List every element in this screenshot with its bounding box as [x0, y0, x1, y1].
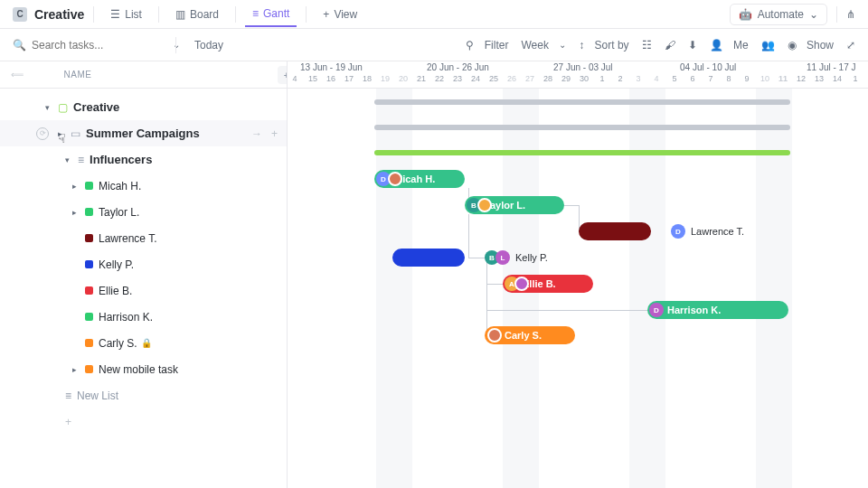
board-icon: ▥ [175, 8, 185, 21]
filter-icon: ⚲ [466, 39, 474, 52]
people-icon[interactable]: 👥 [761, 39, 775, 52]
week-label: 04 Jul - 10 Jul [680, 62, 736, 72]
task-status-square[interactable] [85, 208, 93, 216]
ink-icon[interactable]: 🖌 [665, 39, 675, 52]
weekend-shade [376, 89, 412, 488]
day-label: 4 [288, 74, 304, 83]
gantt-icon: ≡ [252, 7, 259, 20]
task-status-button[interactable]: ⟳ [36, 127, 49, 140]
search-icon: 🔍 [13, 39, 26, 52]
lock-icon: 🔒 [141, 338, 152, 348]
add-view-button[interactable]: + View [316, 3, 364, 26]
view-list[interactable]: ☰ List [103, 3, 149, 26]
dependency-line [468, 258, 486, 258]
assignee-avatar [477, 198, 492, 212]
gantt-external-label[interactable]: DLawrence T. [671, 224, 744, 239]
chevron-down-icon[interactable]: ⌄ [173, 40, 180, 50]
task-status-square[interactable] [85, 260, 93, 268]
filter-label: Filter [485, 39, 509, 52]
caret-icon[interactable]: ▸ [72, 182, 81, 191]
chevron-down-icon: ⌄ [559, 40, 566, 50]
view-gantt[interactable]: ≡ Gantt [245, 2, 297, 27]
view-board-label: Board [190, 8, 219, 21]
task-row-label[interactable]: New mobile task [99, 363, 178, 376]
dependency-line [564, 205, 579, 206]
task-status-square[interactable] [85, 234, 93, 242]
gantt-task-bar[interactable]: BTaylor L. [465, 196, 564, 214]
gantt-task-bar[interactable]: DMicah H. [374, 170, 465, 188]
person-icon: 👤 [710, 39, 723, 52]
task-row-label[interactable]: Carly S. [99, 337, 137, 350]
me-label: Me [733, 39, 749, 52]
column-name-header: NAME [64, 70, 92, 80]
summary-bar[interactable] [374, 99, 790, 105]
gantt-task-bar[interactable]: AEllie B. [503, 275, 593, 293]
caret-icon[interactable]: ▾ [65, 155, 74, 164]
view-list-label: List [125, 8, 142, 21]
group-icon[interactable]: ☷ [642, 39, 652, 52]
task-row-label[interactable]: Lawrence T. [99, 232, 156, 245]
task-status-square[interactable] [85, 286, 93, 295]
sort-button[interactable]: ↕ Sort by [579, 39, 628, 52]
day-label: 6 [684, 74, 702, 83]
tree-list[interactable]: Influencers [90, 153, 152, 166]
gantt-external-label[interactable]: BLKelly P. [485, 250, 548, 265]
filter-button[interactable]: ⚲ Filter [466, 39, 508, 52]
task-row-label[interactable]: Ellie B. [99, 285, 132, 297]
day-label: 29 [557, 74, 575, 83]
plus-icon[interactable]: + [271, 127, 278, 140]
day-label: 1 [846, 74, 864, 83]
today-button[interactable]: Today [194, 39, 223, 52]
summary-bar[interactable] [374, 150, 790, 155]
gantt-task-bar[interactable] [579, 222, 651, 240]
caret-icon[interactable]: ▾ [45, 103, 54, 112]
me-filter-button[interactable]: 👤 Me [710, 39, 749, 52]
tree-folder[interactable]: Summer Campaigns [86, 127, 200, 140]
dependency-line [486, 284, 505, 285]
zoom-week-button[interactable]: Week ⌄ [521, 39, 566, 52]
automate-button[interactable]: 🤖 Automate ⌄ [730, 4, 827, 25]
day-label: 5 [665, 74, 684, 83]
share-icon[interactable]: ⋔ [846, 8, 855, 21]
space-title: Creative [34, 7, 84, 22]
gantt-task-bar[interactable] [392, 249, 465, 267]
download-icon[interactable]: ⬇ [688, 39, 697, 52]
weekend-shade [756, 89, 792, 488]
task-row-label[interactable]: Harrison K. [99, 311, 153, 324]
gantt-task-bar[interactable]: DHarrison K. [647, 301, 788, 319]
day-label: 23 [448, 74, 467, 83]
add-button[interactable]: + [65, 416, 71, 428]
show-button[interactable]: ◉ Show [788, 39, 834, 52]
gantt-task-bar[interactable]: Carly S. [485, 326, 575, 344]
week-label: 27 Jun - 03 Jul [553, 62, 613, 72]
task-status-square[interactable] [85, 313, 93, 321]
arrow-right-icon[interactable]: → [251, 127, 262, 140]
add-column-button[interactable]: + [278, 66, 288, 84]
sort-icon: ↕ [579, 39, 584, 52]
task-status-square[interactable] [85, 339, 93, 347]
weekend-shade [629, 89, 665, 488]
day-label: 17 [340, 74, 358, 83]
day-label: 11 [774, 74, 792, 83]
collapse-panel-icon[interactable]: ⟸ [11, 70, 24, 80]
task-row-label[interactable]: Kelly P. [99, 258, 134, 271]
search-input[interactable] [32, 39, 167, 52]
task-status-square[interactable] [85, 365, 93, 373]
caret-icon[interactable]: ▸ [72, 208, 81, 217]
task-row-label[interactable]: Micah H. [99, 180, 141, 192]
fullscreen-icon[interactable]: ⤢ [846, 39, 855, 52]
week-label: 11 Jul - 17 J [807, 62, 855, 72]
day-label: 25 [485, 74, 503, 83]
day-label: 16 [322, 74, 340, 83]
day-label: 7 [702, 74, 720, 83]
caret-icon[interactable]: ▸ [58, 129, 67, 138]
day-label: 30 [575, 74, 593, 83]
task-row-label[interactable]: Taylor L. [99, 206, 139, 219]
day-label: 3 [629, 74, 647, 83]
new-list-button[interactable]: New List [77, 389, 118, 402]
view-board[interactable]: ▥ Board [168, 3, 226, 26]
task-status-square[interactable] [85, 182, 93, 190]
tree-root[interactable]: Creative [73, 100, 119, 114]
summary-bar[interactable] [374, 125, 790, 130]
caret-icon[interactable]: ▸ [72, 365, 81, 374]
